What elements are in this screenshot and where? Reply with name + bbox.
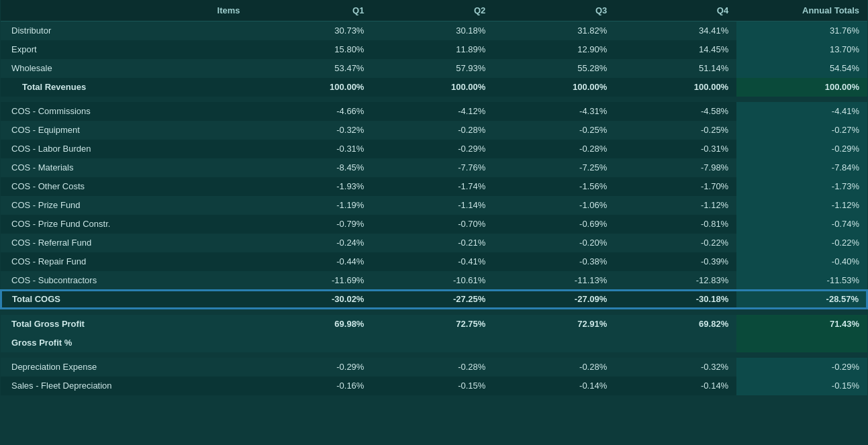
cell-cos-repair-fund-q4: -0.39% [615, 252, 736, 271]
cell-cos-materials-annual: -7.84% [736, 158, 867, 177]
cell-total-revenues-q3: 100.00% [493, 78, 615, 97]
row-label-cos-subcontractors: COS - Subcontractors [1, 271, 251, 290]
cell-distributor-q1: 30.73% [251, 21, 373, 40]
cell-cos-materials-q2: -7.76% [372, 158, 493, 177]
cell-gross-profit-pct-q3 [493, 334, 615, 352]
cell-export-q4: 14.45% [615, 40, 736, 59]
table-row: COS - Labor Burden-0.31%-0.29%-0.28%-0.3… [1, 140, 867, 158]
table-row: Distributor30.73%30.18%31.82%34.41%31.76… [1, 21, 867, 40]
table-row: COS - Equipment-0.32%-0.28%-0.25%-0.25%-… [1, 121, 867, 140]
cell-cos-referral-fund-q2: -0.21% [372, 234, 493, 252]
cell-cos-repair-fund-q2: -0.41% [372, 252, 493, 271]
cell-cos-subcontractors-annual: -11.53% [736, 271, 867, 290]
cell-depreciation-expense-annual: -0.29% [736, 358, 867, 377]
cell-cos-other-costs-annual: -1.73% [736, 177, 867, 196]
cell-cos-other-costs-q4: -1.70% [615, 177, 736, 196]
cell-sales-fleet-depreciation-annual: -0.15% [736, 377, 867, 395]
cell-cos-referral-fund-q1: -0.24% [251, 234, 373, 252]
table-row: COS - Repair Fund-0.44%-0.41%-0.38%-0.39… [1, 252, 867, 271]
table-row: Gross Profit % [1, 334, 867, 352]
row-label-cos-prize-fund-constr: COS - Prize Fund Constr. [1, 215, 251, 234]
row-label-cos-commissions: COS - Commissions [1, 102, 251, 121]
header-q4: Q4 [615, 0, 736, 21]
row-label-distributor: Distributor [1, 21, 251, 40]
cell-cos-prize-fund-annual: -1.12% [736, 196, 867, 215]
cell-cos-prize-fund-constr-annual: -0.74% [736, 215, 867, 234]
cell-cos-labor-burden-q3: -0.28% [493, 140, 615, 158]
cell-total-gross-profit-annual: 71.43% [736, 315, 867, 334]
cell-cos-materials-q3: -7.25% [493, 158, 615, 177]
cell-total-gross-profit-q4: 69.82% [615, 315, 736, 334]
table-row: COS - Materials-8.45%-7.76%-7.25%-7.98%-… [1, 158, 867, 177]
row-label-sales-fleet-depreciation: Sales - Fleet Depreciation [1, 377, 251, 395]
cell-distributor-q3: 31.82% [493, 21, 615, 40]
cell-cos-commissions-annual: -4.41% [736, 102, 867, 121]
cell-total-revenues-q2: 100.00% [372, 78, 493, 97]
cell-gross-profit-pct-q4 [615, 334, 736, 352]
cell-total-gross-profit-q3: 72.91% [493, 315, 615, 334]
row-label-total-gross-profit: Total Gross Profit [1, 315, 251, 334]
row-label-total-revenues: Total Revenues [1, 78, 251, 97]
row-label-cos-other-costs: COS - Other Costs [1, 177, 251, 196]
header-q1: Q1 [251, 0, 373, 21]
cell-wholesale-q3: 55.28% [493, 59, 615, 78]
table-row: Total Revenues100.00%100.00%100.00%100.0… [1, 78, 867, 97]
header-q3: Q3 [493, 0, 615, 21]
table-row [1, 352, 867, 358]
cell-sales-fleet-depreciation-q3: -0.14% [493, 377, 615, 395]
cell-total-gross-profit-q2: 72.75% [372, 315, 493, 334]
cell-total-revenues-annual: 100.00% [736, 78, 867, 97]
table-row: Depreciation Expense-0.29%-0.28%-0.28%-0… [1, 358, 867, 377]
header-items: Items [1, 0, 251, 21]
row-label-cos-labor-burden: COS - Labor Burden [1, 140, 251, 158]
table-row: COS - Subcontractors-11.69%-10.61%-11.13… [1, 271, 867, 290]
row-label-cos-referral-fund: COS - Referral Fund [1, 234, 251, 252]
cell-sales-fleet-depreciation-q2: -0.15% [372, 377, 493, 395]
table-row: COS - Other Costs-1.93%-1.74%-1.56%-1.70… [1, 177, 867, 196]
cell-export-annual: 13.70% [736, 40, 867, 59]
cell-total-revenues-q1: 100.00% [251, 78, 373, 97]
cell-cos-prize-fund-constr-q3: -0.69% [493, 215, 615, 234]
table-row: Export15.80%11.89%12.90%14.45%13.70% [1, 40, 867, 59]
cell-cos-repair-fund-annual: -0.40% [736, 252, 867, 271]
cell-wholesale-annual: 54.54% [736, 59, 867, 78]
cell-cos-commissions-q1: -4.66% [251, 102, 373, 121]
cell-cos-prize-fund-q2: -1.14% [372, 196, 493, 215]
table-row: Sales - Fleet Depreciation-0.16%-0.15%-0… [1, 377, 867, 395]
cell-cos-commissions-q2: -4.12% [372, 102, 493, 121]
cell-depreciation-expense-q4: -0.32% [615, 358, 736, 377]
cell-wholesale-q4: 51.14% [615, 59, 736, 78]
cell-distributor-annual: 31.76% [736, 21, 867, 40]
cell-depreciation-expense-q3: -0.28% [493, 358, 615, 377]
row-label-total-cogs: Total COGS [1, 290, 251, 309]
row-label-gross-profit-pct: Gross Profit % [1, 334, 251, 352]
cell-cos-prize-fund-q4: -1.12% [615, 196, 736, 215]
table-row: COS - Commissions-4.66%-4.12%-4.31%-4.58… [1, 102, 867, 121]
cell-cos-subcontractors-q2: -10.61% [372, 271, 493, 290]
cell-total-cogs-q3: -27.09% [493, 290, 615, 309]
cell-gross-profit-pct-q2 [372, 334, 493, 352]
cell-wholesale-q1: 53.47% [251, 59, 373, 78]
cell-distributor-q2: 30.18% [372, 21, 493, 40]
cell-total-revenues-q4: 100.00% [615, 78, 736, 97]
cell-cos-prize-fund-q1: -1.19% [251, 196, 373, 215]
cell-export-q2: 11.89% [372, 40, 493, 59]
cell-cos-prize-fund-constr-q2: -0.70% [372, 215, 493, 234]
financial-table: Items Q1 Q2 Q3 Q4 Annual Totals Distribu… [0, 0, 868, 445]
cell-cos-repair-fund-q1: -0.44% [251, 252, 373, 271]
cell-sales-fleet-depreciation-q4: -0.14% [615, 377, 736, 395]
table-row: COS - Referral Fund-0.24%-0.21%-0.20%-0.… [1, 234, 867, 252]
table-row: Total Gross Profit69.98%72.75%72.91%69.8… [1, 315, 867, 334]
row-label-wholesale: Wholesale [1, 59, 251, 78]
cell-wholesale-q2: 57.93% [372, 59, 493, 78]
cell-export-q1: 15.80% [251, 40, 373, 59]
table-row: COS - Prize Fund Constr.-0.79%-0.70%-0.6… [1, 215, 867, 234]
header-q2: Q2 [372, 0, 493, 21]
cell-cos-labor-burden-q2: -0.29% [372, 140, 493, 158]
row-label-cos-materials: COS - Materials [1, 158, 251, 177]
cell-cos-equipment-q3: -0.25% [493, 121, 615, 140]
cell-cos-other-costs-q3: -1.56% [493, 177, 615, 196]
cell-gross-profit-pct-annual [736, 334, 867, 352]
cell-total-cogs-q1: -30.02% [251, 290, 373, 309]
row-label-cos-repair-fund: COS - Repair Fund [1, 252, 251, 271]
